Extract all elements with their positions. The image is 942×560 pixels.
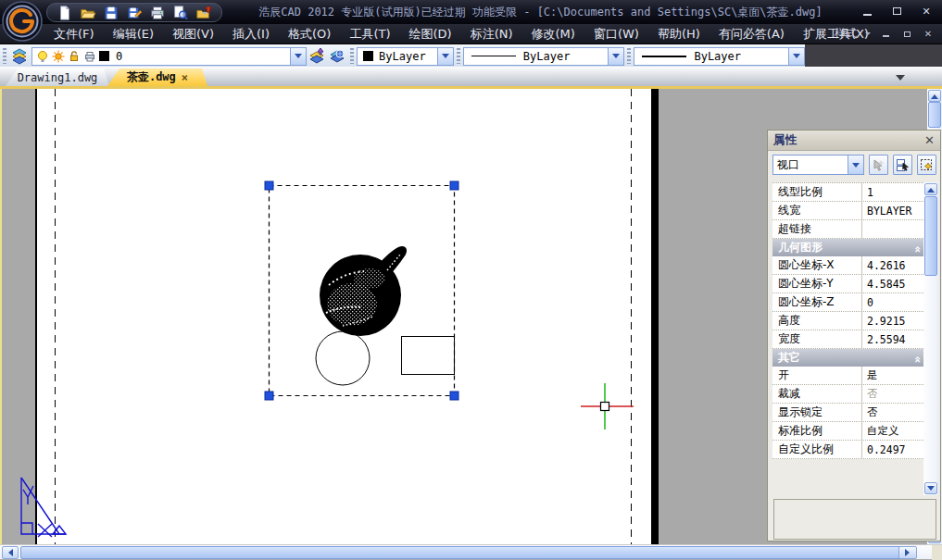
property-value[interactable]: 是 [862,368,927,382]
teapot-render[interactable] [320,246,407,336]
rectangle-entity[interactable] [402,337,455,375]
window-title: 浩辰CAD 2012 专业版(试用版)已经过期 功能受限 - [C:\Docum… [222,0,859,24]
properties-scroll-down-button[interactable] [924,482,937,494]
property-value[interactable]: BYLAYER [862,205,927,218]
doc-restore-button[interactable] [900,29,913,40]
layers-icon [11,48,28,65]
open-file-icon[interactable] [80,5,96,21]
paper-space-ucs-icon [21,478,66,537]
linetype-dropdown-button[interactable] [608,48,623,65]
property-label: 显示锁定 [772,404,862,421]
property-value[interactable]: 否 [862,405,927,419]
quick-select-button[interactable] [917,155,936,175]
color-dropdown-button[interactable] [437,48,453,65]
object-type-dropdown-button[interactable] [848,156,863,174]
property-row: 开是 [772,367,927,385]
scroll-left-button[interactable] [2,546,19,559]
property-value[interactable]: 4.2616 [862,259,927,272]
toolbar-drag-grip[interactable] [3,48,6,64]
menu-item-3[interactable]: 插入(I) [223,24,279,44]
property-value[interactable]: 0.2497 [862,443,927,456]
layer-combobox[interactable]: 0 [31,47,307,66]
select-objects-button[interactable] [893,155,912,175]
property-value[interactable]: 否 [862,387,927,401]
property-label: 高度 [772,312,862,330]
minimize-button[interactable] [859,4,875,19]
group-header-label: 几何图形 [778,241,823,254]
object-type-combobox[interactable]: 视口 [772,155,864,175]
property-group-header[interactable]: 其它« [772,349,927,367]
layer-on-bulb-icon [36,50,49,63]
style-toolbar: 样式 ✕ [835,24,935,44]
properties-panel: 属性 ✕ 视口 线型比例1线宽BYLAYER超链接几何图形«圆心坐标-X4.26… [767,130,941,541]
menu-item-5[interactable]: 工具(T) [340,24,399,44]
canvas-horizontal-scrollbar[interactable] [0,544,942,559]
menu-item-9[interactable]: 窗口(W) [584,24,648,44]
menu-item-2[interactable]: 视图(V) [163,24,223,44]
menu-item-10[interactable]: 帮助(H) [648,24,710,44]
toolbar-drag-grip[interactable] [350,48,354,64]
print-preview-icon[interactable] [172,5,189,21]
close-button[interactable]: ✕ [918,4,935,19]
properties-description-box [773,499,936,540]
menu-item-0[interactable]: 文件(F) [44,24,104,44]
layer-states-button[interactable] [327,46,347,66]
layer-manager-button[interactable] [9,46,30,66]
save-as-icon[interactable] [126,5,143,21]
quick-access-dropdown-icon[interactable] [202,12,207,18]
layer-previous-button[interactable] [307,46,327,66]
app-logo[interactable] [2,1,43,42]
circle-entity[interactable] [316,331,370,385]
property-value[interactable]: 2.9215 [862,315,927,328]
scroll-right-button[interactable] [898,546,917,559]
menu-item-6[interactable]: 绘图(D) [400,24,461,44]
vertical-scroll-thumb[interactable] [928,102,941,128]
properties-scroll-thumb[interactable] [924,196,937,276]
menu-item-4[interactable]: 格式(O) [279,24,340,44]
property-value[interactable]: 0 [862,296,927,309]
property-value[interactable]: 4.5845 [862,278,927,291]
property-label: 开 [772,367,862,384]
scroll-up-button[interactable] [928,90,941,102]
property-row: 显示锁定否 [772,404,927,422]
linetype-combobox[interactable]: ByLayer [463,47,625,66]
toggle-pickadd-button[interactable] [869,155,888,175]
properties-scrollbar[interactable] [923,182,938,495]
doc-minimize-button[interactable] [879,29,892,40]
color-combobox[interactable]: ByLayer [357,47,454,66]
properties-table: 线型比例1线宽BYLAYER超链接几何图形«圆心坐标-X4.2616圆心坐标-Y… [772,182,927,459]
property-row: 圆心坐标-Z0 [772,293,927,312]
horizontal-scroll-thumb[interactable] [20,546,904,559]
properties-panel-header[interactable]: 属性 ✕ [768,131,940,151]
properties-close-icon[interactable]: ✕ [924,134,935,146]
properties-scroll-up-button[interactable] [924,183,937,195]
style-dropdown-icon[interactable] [865,32,871,38]
document-tab-1[interactable]: 茶壶.dwg× [107,68,207,86]
menu-item-1[interactable]: 编辑(E) [104,24,163,44]
layer-dropdown-button[interactable] [290,48,306,65]
lineweight-combobox[interactable]: ByLayer [634,47,805,66]
toolbar-drag-grip[interactable] [627,48,631,64]
menu-item-7[interactable]: 标注(N) [461,24,522,44]
document-tab-0[interactable]: Drawing1.dwg [6,68,109,86]
object-type-value: 视口 [777,157,799,173]
restore-button[interactable] [888,4,905,19]
property-value[interactable]: 自定义 [862,424,927,438]
property-row: 线型比例1 [772,183,927,202]
save-icon[interactable] [103,5,119,21]
tab-close-icon[interactable]: × [182,71,188,84]
property-row: 标准比例自定义 [772,422,927,441]
print-icon[interactable] [149,5,166,21]
doc-close-button[interactable]: ✕ [922,29,935,40]
menu-item-11[interactable]: 有问必答(A) [710,24,794,44]
property-value[interactable]: 1 [862,186,927,199]
window-controls: ✕ [859,4,935,19]
property-group-header[interactable]: 几何图形« [772,239,927,256]
menu-item-8[interactable]: 修改(M) [522,24,584,44]
toolbar-drag-grip[interactable] [457,48,460,64]
new-file-icon[interactable] [57,5,73,21]
lineweight-dropdown-button[interactable] [788,48,804,65]
property-value[interactable]: 2.5594 [862,333,927,346]
layer-thaw-sun-icon [52,50,65,63]
tab-list-dropdown-icon[interactable] [896,75,905,85]
